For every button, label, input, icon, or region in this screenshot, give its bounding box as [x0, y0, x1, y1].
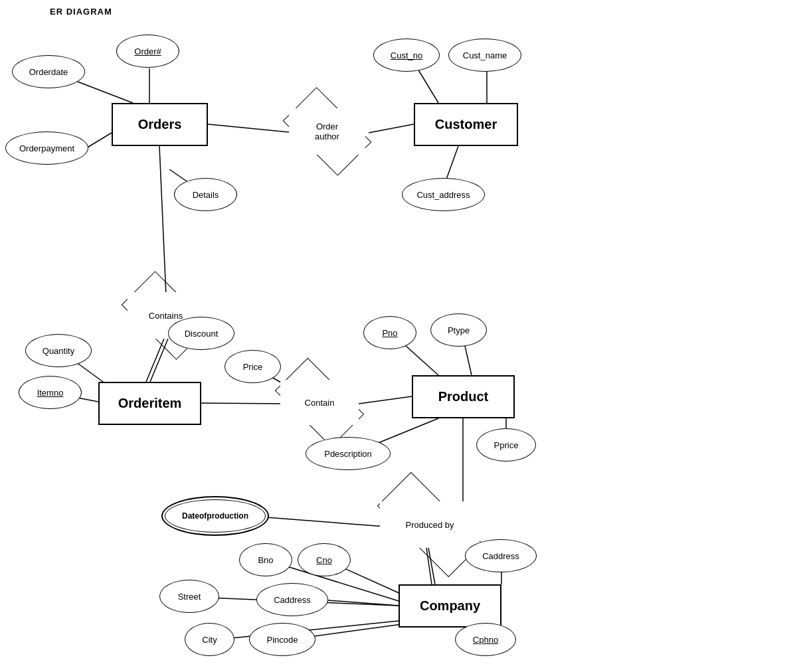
attribute-dateofproduction: Dateofproduction — [165, 499, 266, 533]
svg-line-8 — [446, 146, 458, 179]
svg-line-16 — [201, 403, 286, 404]
entity-company: Company — [399, 584, 501, 628]
relationship-produced-by: Produced by — [380, 501, 480, 548]
svg-line-5 — [369, 124, 414, 133]
attribute-city: City — [185, 623, 234, 656]
svg-line-23 — [266, 517, 385, 527]
diagram-title: ER DIAGRAM — [50, 7, 112, 17]
attribute-cust-name: Cust_name — [448, 39, 521, 72]
svg-line-11 — [150, 339, 168, 382]
attribute-quantity: Quantity — [25, 334, 92, 367]
attribute-price: Price — [225, 350, 281, 383]
entity-orderitem: Orderitem — [98, 382, 201, 425]
attribute-cust-address: Cust_address — [402, 178, 485, 211]
attribute-order-hash: Order# — [116, 35, 179, 68]
attribute-discount: Discount — [168, 317, 234, 350]
relationship-contain: Contain — [280, 380, 359, 425]
attribute-pno: Pno — [363, 316, 416, 349]
attribute-bno: Bno — [239, 543, 292, 576]
attribute-orderdate: Orderdate — [12, 55, 85, 88]
svg-line-30 — [327, 600, 399, 606]
attribute-pincode: Pincode — [249, 623, 315, 656]
svg-line-24 — [428, 548, 435, 584]
attribute-itemno: Itemno — [19, 376, 82, 409]
svg-line-2 — [86, 133, 112, 148]
attribute-cno: Cno — [298, 543, 351, 576]
attribute-cust-no: Cust_no — [373, 39, 440, 72]
attribute-pprice: Pprice — [476, 428, 536, 462]
attribute-orderpayment: Orderpayment — [5, 131, 88, 165]
attribute-cphno: Cphno — [455, 623, 516, 656]
svg-line-10 — [146, 339, 164, 382]
svg-line-25 — [426, 548, 432, 584]
svg-line-4 — [208, 124, 296, 133]
attribute-pdescription: Pdescription — [306, 437, 391, 470]
entity-orders: Orders — [112, 103, 208, 146]
entity-customer: Customer — [414, 103, 518, 146]
entity-product: Product — [412, 375, 515, 418]
attribute-caddress-top: Caddress — [465, 539, 537, 572]
svg-line-17 — [359, 396, 412, 404]
er-diagram: ER DIAGRAM — [0, 0, 809, 672]
attribute-street: Street — [159, 580, 219, 613]
attribute-caddress-bottom: Caddress — [256, 583, 328, 616]
svg-line-9 — [159, 146, 166, 295]
relationship-order-author: Order author — [289, 108, 365, 155]
attribute-ptype: Ptype — [430, 313, 487, 347]
attribute-details: Details — [174, 178, 237, 211]
